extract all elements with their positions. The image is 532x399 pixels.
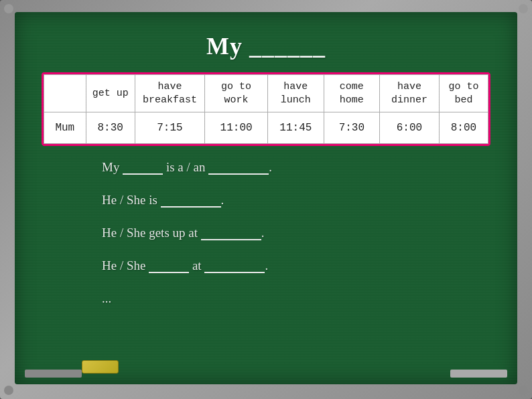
- cell-name: Mum: [44, 112, 86, 144]
- chalkboard-frame: My ______ get up have breakfast go to wo…: [0, 0, 532, 399]
- page-title: My ______: [15, 12, 517, 72]
- sentence-4: He / She at .: [102, 259, 517, 273]
- schedule-table-container: get up have breakfast go to work have lu…: [42, 72, 490, 146]
- cell-getup: 8:30: [86, 112, 135, 144]
- table-header-row: get up have breakfast go to work have lu…: [44, 75, 488, 112]
- chalk-ledge-left: [25, 370, 82, 378]
- blank-4: [201, 226, 261, 240]
- sentence-1: My is a / an .: [102, 161, 517, 175]
- col-header-bed: go to bed: [439, 75, 488, 112]
- col-header-name: [44, 75, 86, 112]
- col-header-getup: get up: [86, 75, 135, 112]
- eraser: [82, 360, 119, 374]
- schedule-table: get up have breakfast go to work have lu…: [44, 74, 488, 144]
- blank-3: [161, 193, 221, 208]
- col-header-lunch: have lunch: [268, 75, 324, 112]
- blank-6: [204, 259, 265, 273]
- col-header-home: come home: [324, 75, 380, 112]
- cell-breakfast: 7:15: [135, 112, 204, 144]
- chalkboard: My ______ get up have breakfast go to wo…: [15, 12, 517, 384]
- blank-1: [123, 161, 163, 175]
- corner-bl: [4, 386, 13, 395]
- col-header-breakfast: have breakfast: [135, 75, 204, 112]
- col-header-dinner: have dinner: [380, 75, 440, 112]
- sentence-2: He / She is .: [102, 193, 517, 208]
- col-header-work: go to work: [205, 75, 268, 112]
- cell-lunch: 11:45: [268, 112, 324, 144]
- table-row: Mum 8:30 7:15 11:00 11:45 7:30 6:00 8:00: [44, 112, 488, 144]
- cell-bed: 8:00: [439, 112, 488, 144]
- chalk-ledge-right: [450, 370, 507, 378]
- sentence-3: He / She gets up at .: [102, 226, 517, 240]
- corner-br: [519, 386, 528, 395]
- cell-home: 7:30: [324, 112, 380, 144]
- sentence-5: ...: [102, 292, 517, 305]
- corner-tr: [519, 4, 528, 13]
- corner-tl: [4, 4, 13, 13]
- cell-dinner: 6:00: [380, 112, 440, 144]
- sentences-section: My is a / an . He / She is . He / She ge…: [15, 146, 517, 305]
- blank-5: [149, 259, 189, 273]
- cell-work: 11:00: [205, 112, 268, 144]
- blank-2: [208, 161, 269, 175]
